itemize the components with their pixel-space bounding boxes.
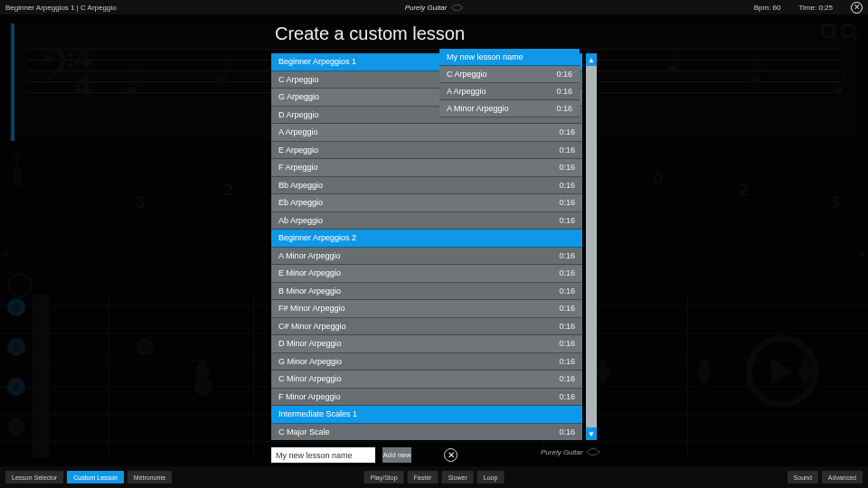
source-lesson-item[interactable]: C# Minor Arpeggio0:16 (271, 318, 582, 336)
target-list-header[interactable]: My new lesson name (439, 49, 580, 66)
scroll-down-button[interactable]: ▼ (586, 427, 597, 440)
app-brand: Purely Guitar (405, 4, 464, 12)
source-lesson-item[interactable]: C Minor Arpeggio0:16 (271, 371, 582, 389)
toolbar-button-custom-lesson[interactable]: Custom Lesson (67, 471, 124, 483)
source-lesson-item[interactable]: Ab Arpeggio0:16 (271, 212, 582, 230)
toolbar-button-metronome[interactable]: Metronome (127, 471, 172, 483)
source-lesson-item[interactable]: G Minor Arpeggio0:16 (271, 353, 582, 371)
source-lesson-item[interactable]: Eb Arpeggio0:16 (271, 194, 582, 212)
source-lesson-item[interactable]: C Major Scale0:16 (271, 424, 582, 441)
source-section-header[interactable]: Intermediate Scales 1 (271, 406, 582, 424)
source-lesson-item[interactable]: F Arpeggio0:16 (271, 159, 582, 177)
target-lesson-item[interactable]: A Arpeggio0:16 (439, 83, 580, 100)
toolbar-button-play-stop[interactable]: Play/Stop (364, 471, 404, 483)
source-lesson-item[interactable]: F# Minor Arpeggio0:16 (271, 300, 582, 318)
add-new-button[interactable]: Add new (382, 447, 411, 463)
target-lesson-item[interactable]: A Minor Arpeggio0:16 (439, 100, 580, 117)
toolbar-button-slower[interactable]: Slower (441, 471, 473, 483)
toolbar-button-sound[interactable]: Sound (788, 471, 818, 483)
source-lesson-item[interactable]: A Minor Arpeggio0:16 (271, 248, 582, 266)
source-lesson-item[interactable]: D Minor Arpeggio0:16 (271, 335, 582, 353)
close-modal-button[interactable]: ✕ (444, 448, 458, 462)
source-lesson-item[interactable]: E Minor Arpeggio0:16 (271, 265, 582, 283)
time-indicator: Time: 0:25 (799, 4, 834, 12)
toolbar-button-faster[interactable]: Faster (408, 471, 439, 483)
source-lesson-item[interactable]: F Minor Arpeggio0:16 (271, 389, 582, 407)
bottom-toolbar: Lesson SelectorCustom LessonMetronome Pl… (0, 466, 868, 488)
new-lesson-name-input[interactable] (271, 447, 375, 463)
target-lesson-item[interactable]: C Arpeggio0:16 (439, 66, 580, 83)
scroll-up-button[interactable]: ▲ (586, 53, 597, 66)
source-lesson-item[interactable]: Bb Arpeggio0:16 (271, 177, 582, 195)
top-bar: Beginner Arpeggios 1 | C Arpeggio Purely… (0, 0, 868, 14)
toolbar-button-loop[interactable]: Loop (477, 471, 505, 483)
source-lesson-item[interactable]: B Minor Arpeggio0:16 (271, 283, 582, 301)
source-lesson-item[interactable]: E Arpeggio0:16 (271, 142, 582, 160)
modal-heading: Create a custom lesson (275, 23, 597, 44)
source-section-header[interactable]: Beginner Arpeggios 2 (271, 230, 582, 248)
window-title: Beginner Arpeggios 1 | C Arpeggio (5, 4, 117, 12)
footer-brand: Purely Guitar (541, 447, 600, 456)
close-app-button[interactable]: ✕ (851, 2, 863, 14)
toolbar-button-advanced[interactable]: Advanced (822, 471, 863, 483)
toolbar-button-lesson-selector[interactable]: Lesson Selector (5, 471, 63, 483)
bpm-indicator: Bpm: 60 (754, 4, 781, 12)
source-list-scrollbar[interactable]: ▲ ▼ (586, 53, 597, 440)
target-lesson-list: My new lesson name C Arpeggio0:16A Arpeg… (439, 49, 580, 117)
source-lesson-item[interactable]: A Arpeggio0:16 (271, 124, 582, 142)
